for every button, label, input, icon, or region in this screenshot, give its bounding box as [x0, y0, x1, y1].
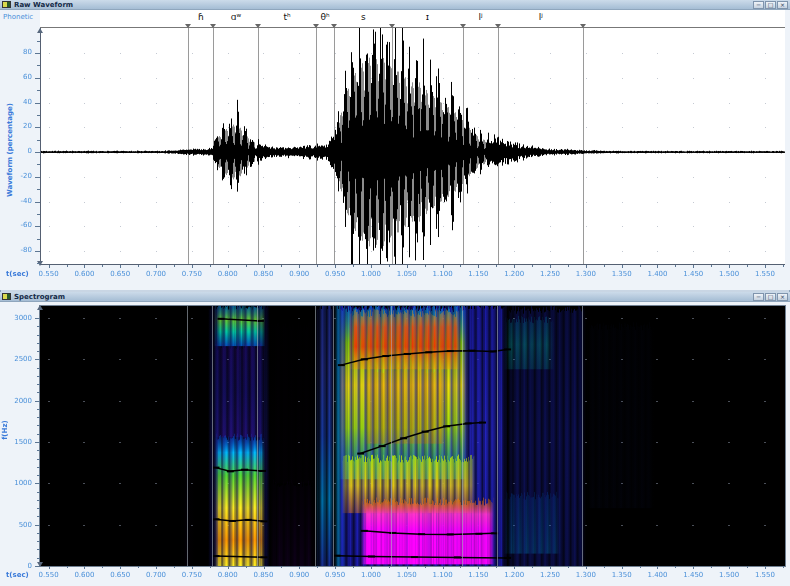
y-tick-label: 2000 — [4, 397, 32, 405]
x-tick-mark — [693, 566, 694, 569]
segment-boundary-marker[interactable] — [255, 24, 261, 28]
x-minor-tick-mark — [604, 265, 605, 267]
x-tick-mark — [335, 265, 336, 268]
y-tick-label: 60 — [4, 73, 32, 81]
x-tick-mark — [407, 566, 408, 569]
x-minor-tick-mark — [174, 566, 175, 568]
x-minor-tick-mark — [604, 566, 605, 568]
y-minor-tick-mark — [37, 508, 40, 509]
y-tick-mark — [35, 202, 40, 203]
x-tick-label: 1.250 — [535, 270, 565, 278]
x-tick-mark — [765, 265, 766, 268]
phonetic-segment-label: lʲ — [526, 12, 556, 22]
x-tick-mark — [657, 566, 658, 569]
segment-boundary-marker[interactable] — [460, 24, 466, 28]
y-minor-tick-mark — [37, 384, 40, 385]
y-tick-mark — [35, 483, 40, 484]
y-minor-tick-mark — [37, 164, 40, 165]
x-minor-tick-mark — [568, 265, 569, 267]
x-tick-label: 1.550 — [750, 270, 780, 278]
x-tick-mark — [264, 566, 265, 569]
waveform-plot[interactable] — [41, 28, 785, 264]
x-tick-label: 1.250 — [535, 571, 565, 579]
x-minor-tick-mark — [353, 265, 354, 267]
close-button[interactable]: × — [777, 293, 788, 301]
y-minor-tick-mark — [37, 90, 40, 91]
minimize-button[interactable]: ─ — [753, 293, 764, 301]
x-tick-mark — [550, 265, 551, 268]
x-tick-mark — [371, 566, 372, 569]
x-tick-label: 1.350 — [607, 270, 637, 278]
x-minor-tick-mark — [747, 566, 748, 568]
y-axis-arrow-up-icon — [37, 28, 43, 33]
spectrogram-plot[interactable] — [40, 306, 785, 566]
x-minor-tick-mark — [174, 265, 175, 267]
x-minor-tick-mark — [460, 265, 461, 267]
x-tick-label: 0.800 — [213, 571, 243, 579]
phonetic-segment-label: ɪ — [413, 12, 443, 22]
window-controls: ─□× — [753, 293, 788, 301]
y-minor-tick-mark — [37, 558, 40, 559]
y-minor-tick-mark — [37, 459, 40, 460]
x-tick-label: 1.500 — [714, 571, 744, 579]
x-minor-tick-mark — [389, 265, 390, 267]
x-tick-label: 0.600 — [69, 571, 99, 579]
x-tick-label: 1.350 — [607, 571, 637, 579]
x-minor-tick-mark — [747, 265, 748, 267]
x-tick-mark — [586, 265, 587, 268]
phonetic-segment-label: s — [348, 12, 378, 22]
x-tick-label: 0.850 — [249, 571, 279, 579]
minimize-button[interactable]: ─ — [753, 1, 764, 9]
segment-boundary-marker[interactable] — [331, 24, 337, 28]
y-tick-mark — [35, 78, 40, 79]
y-minor-tick-mark — [37, 351, 40, 352]
y-tick-label: 3000 — [4, 314, 32, 322]
y-tick-label: -40 — [4, 197, 32, 205]
x-tick-label: 1.100 — [428, 571, 458, 579]
maximize-button[interactable]: □ — [765, 293, 776, 301]
y-minor-tick-mark — [37, 263, 40, 264]
x-minor-tick-mark — [568, 566, 569, 568]
y-tick-mark — [35, 226, 40, 227]
spectrogram-titlebar[interactable]: Spectrogram ─□× — [0, 292, 790, 302]
x-minor-tick-mark — [532, 265, 533, 267]
y-tick-label: -20 — [4, 172, 32, 180]
x-tick-label: 0.650 — [105, 270, 135, 278]
x-minor-tick-mark — [281, 566, 282, 568]
segment-boundary-marker[interactable] — [389, 24, 395, 28]
x-tick-mark — [729, 566, 730, 569]
phonetic-segment-label: ɑʷ — [221, 12, 251, 22]
segment-boundary-marker[interactable] — [210, 24, 216, 28]
y-tick-label: 1500 — [4, 438, 32, 446]
close-button[interactable]: × — [777, 1, 788, 9]
x-tick-mark — [371, 265, 372, 268]
y-tick-label: 500 — [4, 521, 32, 529]
waveform-titlebar[interactable]: Raw Waveform ─□× — [0, 0, 790, 10]
y-minor-tick-mark — [37, 335, 40, 336]
x-minor-tick-mark — [783, 265, 784, 267]
x-tick-label: 1.550 — [750, 571, 780, 579]
x-tick-label: 1.150 — [463, 571, 493, 579]
y-tick-mark — [35, 442, 40, 443]
x-tick-label: 0.700 — [141, 571, 171, 579]
x-tick-label: 0.650 — [105, 571, 135, 579]
y-minor-tick-mark — [37, 140, 40, 141]
phonetic-segment-label: lʲ — [466, 12, 496, 22]
segment-boundary-marker[interactable] — [185, 24, 191, 28]
maximize-button[interactable]: □ — [765, 1, 776, 9]
x-tick-label: 1.300 — [571, 270, 601, 278]
segment-boundary-marker[interactable] — [495, 24, 501, 28]
x-minor-tick-mark — [711, 265, 712, 267]
y-minor-tick-mark — [37, 115, 40, 116]
x-tick-mark — [120, 265, 121, 268]
x-tick-label: 0.600 — [69, 270, 99, 278]
y-minor-tick-mark — [37, 409, 40, 410]
y-tick-mark — [35, 53, 40, 54]
segment-boundary-marker[interactable] — [580, 24, 586, 28]
segment-boundary-marker[interactable] — [313, 24, 319, 28]
y-minor-tick-mark — [37, 189, 40, 190]
y-minor-tick-mark — [37, 239, 40, 240]
y-tick-mark — [35, 103, 40, 104]
y-minor-tick-mark — [37, 41, 40, 42]
y-minor-tick-mark — [37, 467, 40, 468]
